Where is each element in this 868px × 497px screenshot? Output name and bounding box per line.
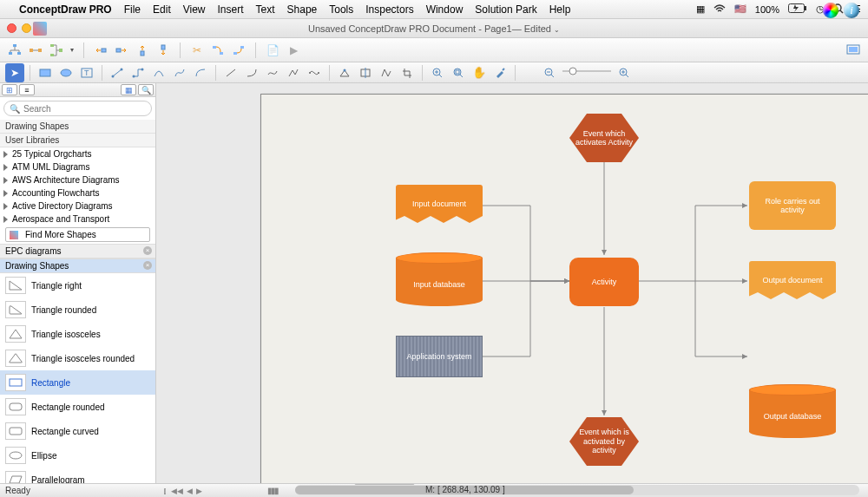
lib-aerospace[interactable]: Aerospace and Transport	[0, 213, 155, 226]
dropdown-arrow-icon[interactable]: ▾	[68, 41, 76, 60]
sidebar-tab-search[interactable]: 🔍	[138, 84, 154, 95]
grid-menubar-icon[interactable]: ▦	[696, 3, 705, 15]
node-input-document[interactable]: Input document	[396, 185, 483, 223]
drawing-shapes-category[interactable]: Drawing Shapes×	[0, 258, 155, 273]
arc-tool-icon[interactable]	[242, 63, 261, 82]
sidebar-tab-tree[interactable]: ⊞	[2, 84, 17, 95]
add-right-tool-icon[interactable]	[112, 41, 131, 60]
node-input-database[interactable]: Input database	[396, 252, 483, 306]
connector-smart-icon[interactable]	[128, 63, 148, 82]
node-role[interactable]: Role carries out activity	[749, 181, 836, 230]
menu-file[interactable]: File	[124, 3, 141, 16]
menu-help[interactable]: Help	[549, 3, 571, 16]
shape-rectangle-curved[interactable]: Rectangle curved	[0, 419, 155, 443]
page-split-icon[interactable]: ⫿	[163, 487, 168, 495]
connector-arc-icon[interactable]	[149, 63, 168, 82]
menu-inspectors[interactable]: Inspectors	[365, 3, 413, 16]
shape-rectangle[interactable]: Rectangle	[0, 370, 155, 395]
snap-icon[interactable]	[356, 63, 375, 82]
add-left-tool-icon[interactable]	[91, 41, 110, 60]
lib-atm-uml[interactable]: ATM UML Diagrams	[0, 160, 155, 173]
node-output-database[interactable]: Output database	[749, 384, 836, 438]
hypernote-play-icon[interactable]: ▶	[284, 41, 303, 60]
connector-round-icon[interactable]	[191, 63, 210, 82]
zoom-in-icon[interactable]	[428, 63, 447, 82]
lib-aws[interactable]: AWS Architecture Diagrams	[0, 173, 155, 186]
shape-triangle-rounded[interactable]: Triangle rounded	[0, 298, 155, 322]
unlink-tool-icon[interactable]: ✂	[187, 41, 207, 60]
node-activity[interactable]: Activity	[569, 258, 639, 306]
text-tool-icon[interactable]: T	[77, 63, 96, 82]
menu-text[interactable]: Text	[256, 3, 275, 16]
menu-edit[interactable]: Edit	[153, 3, 171, 16]
info-ball-icon[interactable]: i	[844, 3, 859, 18]
menu-window[interactable]: Window	[426, 3, 464, 16]
line-tool-icon[interactable]	[221, 63, 240, 82]
horizontal-scrollbar[interactable]	[295, 485, 859, 495]
chain-tool-icon[interactable]	[26, 41, 45, 60]
rect-tool-icon[interactable]	[36, 63, 55, 82]
zoom-out-icon[interactable]	[540, 63, 559, 82]
pan-hand-icon[interactable]: ✋	[470, 63, 489, 82]
lib-accounting[interactable]: Accounting Flowcharts	[0, 186, 155, 199]
library-search-input[interactable]	[23, 104, 146, 114]
bezier-tool-icon[interactable]	[305, 63, 324, 82]
page-tabs-icon[interactable]: ▮▮▮	[267, 486, 278, 495]
lib-25-typical-orgcharts[interactable]: 25 Typical Orgcharts	[0, 147, 155, 160]
close-window-button[interactable]	[7, 23, 16, 33]
flag-menubar-icon[interactable]: 🇺🇸	[734, 3, 746, 15]
epc-diagrams-category[interactable]: EPC diagrams×	[0, 244, 155, 258]
shape-ellipse[interactable]: Ellipse	[0, 443, 155, 468]
reshape-icon[interactable]	[377, 63, 396, 82]
crop-icon[interactable]	[398, 63, 417, 82]
sidebar-tab-list[interactable]: ≡	[19, 84, 35, 95]
menu-tools[interactable]: Tools	[329, 3, 353, 16]
relink-tool-icon[interactable]	[229, 41, 248, 60]
zoom-in-2-icon[interactable]	[615, 63, 634, 82]
color-picker-ball-icon[interactable]	[823, 3, 838, 18]
add-up-tool-icon[interactable]	[133, 41, 152, 60]
subtree-tool-icon[interactable]	[47, 41, 66, 60]
hypernote-tool-icon[interactable]: 📄	[263, 41, 282, 60]
menu-shape[interactable]: Shape	[287, 3, 318, 16]
library-search[interactable]: 🔍	[3, 101, 152, 116]
shape-triangle-isosceles-rounded[interactable]: Triangle isosceles rounded	[0, 346, 155, 370]
lib-active-directory[interactable]: Active Directory Diagrams	[0, 199, 155, 213]
node-application-system[interactable]: Application system	[396, 336, 483, 377]
add-down-tool-icon[interactable]	[154, 41, 173, 60]
tree-tool-icon[interactable]	[5, 41, 24, 60]
connector-curve-icon[interactable]	[170, 63, 189, 82]
sidebar-tab-grid[interactable]: ▦	[121, 84, 136, 95]
find-more-shapes-button[interactable]: Find More Shapes	[5, 227, 150, 242]
drawing-canvas[interactable]: Event which activates Activity Input doc…	[156, 83, 868, 483]
zoom-fit-icon[interactable]	[449, 63, 468, 82]
close-category-icon[interactable]: ×	[143, 261, 152, 270]
polyline-tool-icon[interactable]	[284, 63, 303, 82]
close-category-icon[interactable]: ×	[143, 246, 152, 255]
menu-view[interactable]: View	[183, 3, 206, 16]
node-output-document[interactable]: Output document	[749, 261, 836, 299]
ellipse-tool-icon[interactable]	[56, 63, 76, 82]
shape-triangle-right[interactable]: Triangle right	[0, 273, 155, 298]
battery-charging-icon[interactable]	[788, 3, 807, 15]
eyedropper-icon[interactable]	[490, 63, 510, 82]
page-first-icon[interactable]: ◀◀	[171, 487, 183, 495]
spline-tool-icon[interactable]	[263, 63, 282, 82]
menu-solution-park[interactable]: Solution Park	[475, 3, 536, 16]
menu-insert[interactable]: Insert	[218, 3, 244, 16]
shape-parallelogram[interactable]: Parallelogram	[0, 468, 155, 483]
wifi-menubar-icon[interactable]	[713, 4, 726, 15]
edit-points-icon[interactable]	[335, 63, 354, 82]
page-prev-icon[interactable]: ◀	[187, 487, 193, 495]
minimize-window-button[interactable]	[22, 23, 31, 33]
connector-direct-icon[interactable]	[108, 63, 127, 82]
presentation-tool-icon[interactable]	[844, 41, 863, 60]
link-tool-icon[interactable]	[208, 41, 227, 60]
pointer-tool[interactable]: ➤	[5, 63, 24, 82]
page-next-icon[interactable]: ▶	[196, 487, 202, 495]
app-name[interactable]: ConceptDraw PRO	[19, 3, 112, 16]
shape-rectangle-rounded[interactable]: Rectangle rounded	[0, 395, 155, 419]
zoom-slider[interactable]	[561, 65, 613, 81]
page[interactable]: Event which activates Activity Input doc…	[260, 94, 868, 483]
shape-triangle-isosceles[interactable]: Triangle isosceles	[0, 322, 155, 346]
